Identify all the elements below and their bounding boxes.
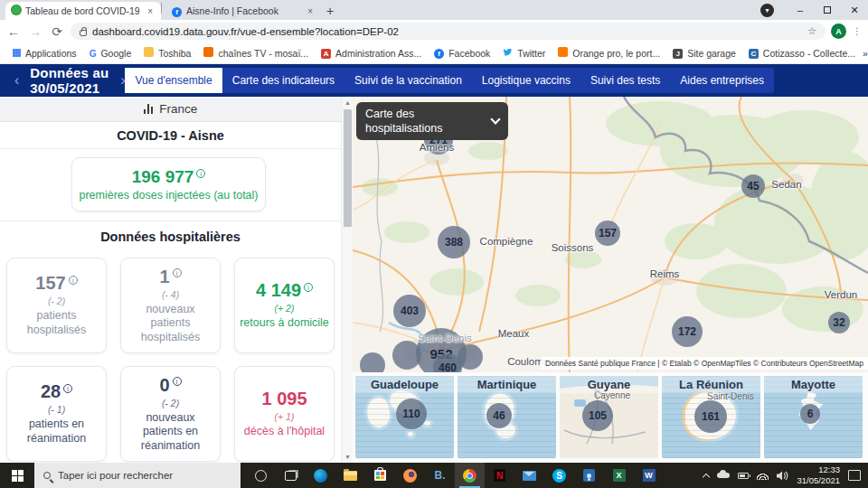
territory-name: Mayotte (764, 376, 863, 393)
back-button[interactable]: ← (5, 24, 22, 39)
start-button[interactable] (0, 463, 34, 488)
territory-card-reunion[interactable]: La RéunionSaint-Denis161 (662, 376, 760, 458)
territory-bubble[interactable]: 161 (694, 400, 727, 433)
overseas-territories-row: Guadeloupe110Martinique46GuyaneCayenne10… (353, 372, 868, 463)
edge-taskbar-icon[interactable] (306, 463, 335, 488)
info-icon[interactable]: i (63, 384, 72, 393)
window-maximize-button[interactable] (814, 0, 841, 20)
nav-tab-logistique-vaccins[interactable]: Logistique vaccins (472, 68, 580, 93)
bookmarks-overflow-button[interactable]: » (863, 48, 868, 59)
chrome-taskbar-icon[interactable] (455, 463, 485, 488)
bookmark-item[interactable]: Orange pro, le port... (552, 45, 665, 61)
url-field[interactable]: dashboard.covid19.data.gouv.fr/vue-d-ens… (71, 23, 826, 40)
search-placeholder: Taper ici pour rechercher (58, 470, 173, 481)
scroll-down-arrow[interactable]: ▼ (342, 451, 353, 463)
info-icon[interactable]: i (69, 276, 78, 285)
forward-button[interactable]: → (27, 24, 43, 39)
file-explorer-taskbar-icon[interactable] (335, 463, 365, 488)
stat-value: 28i (41, 381, 72, 402)
bookmark-item[interactable]: fFacebook (429, 45, 495, 61)
bookmark-item[interactable]: AAdministration Ass... (316, 45, 427, 61)
territory-bubble[interactable]: 6 (800, 404, 820, 424)
map-bubble[interactable]: 32 (828, 312, 850, 333)
map-bubble[interactable]: 172 (672, 316, 703, 347)
nav-tab-vue-d-ensemble[interactable]: Vue d'ensemble (125, 68, 222, 93)
tab-close-icon[interactable]: × (146, 6, 155, 16)
bookmark-item[interactable]: Applications (7, 46, 82, 61)
nav-tab-suivi-des-tests[interactable]: Suivi des tests (580, 68, 670, 93)
bookmark-item[interactable]: Toshiba (138, 45, 196, 61)
map-bubble[interactable]: 403 (393, 295, 426, 327)
new-tab-button[interactable]: + (321, 2, 339, 20)
volume-icon[interactable] (777, 471, 788, 481)
nav-tab-aides-entreprises[interactable]: Aides entreprises (670, 68, 774, 93)
task-view-taskbar-icon[interactable] (276, 463, 306, 488)
territory-bubble[interactable]: 110 (396, 399, 427, 429)
people-taskbar-icon[interactable] (574, 463, 604, 488)
wifi-icon[interactable] (757, 472, 769, 480)
info-icon[interactable]: i (196, 169, 205, 178)
territory-name: Guadeloupe (355, 376, 454, 393)
bookmark-item[interactable]: chaînes TV - mosaï... (198, 45, 314, 61)
notifications-icon[interactable] (848, 470, 861, 481)
browser-tab[interactable]: fAisne-Info | Facebook× (165, 2, 321, 20)
stat-label: retours à domicile (240, 316, 329, 331)
map-bubble[interactable]: 157 (595, 221, 620, 246)
region-selector[interactable]: France (0, 97, 341, 122)
taskbar-clock[interactable]: 12:33 31/05/2021 (797, 465, 840, 486)
reload-button[interactable]: ⟳ (49, 24, 65, 39)
territory-bubble[interactable]: 105 (582, 400, 613, 431)
battery-icon[interactable] (738, 473, 749, 479)
map-bubble[interactable]: 388 (438, 226, 470, 258)
word-taskbar-icon[interactable]: W (634, 463, 664, 488)
nav-tab-carte-des-indicateurs[interactable]: Carte des indicateurs (222, 68, 344, 93)
bookmark-item[interactable]: CCotizasso - Collecte... (743, 45, 861, 61)
scroll-up-arrow[interactable]: ▲ (342, 97, 353, 108)
map-layer-dropdown-label: Carte des hospitalisations (365, 107, 492, 136)
nav-tab-suivi-de-la-vaccination[interactable]: Suivi de la vaccination (344, 68, 472, 93)
skype-taskbar-icon[interactable]: S (544, 463, 574, 488)
stat-label: nouveaux patients en réanimation (125, 411, 216, 454)
window-minimize-button[interactable]: – (787, 0, 814, 20)
territory-card-mayotte[interactable]: Mayotte6 (764, 376, 863, 458)
territory-card-guyane[interactable]: GuyaneCayenne105 (560, 376, 658, 458)
excel-taskbar-icon[interactable]: X (604, 463, 634, 488)
sidebar-scrollbar[interactable]: ▲ ▼ (341, 97, 353, 463)
map-attribution: Données Santé publique France | © Etalab… (541, 357, 868, 370)
orange-square-icon (558, 47, 568, 59)
territory-card-martinique[interactable]: Martinique46 (458, 376, 556, 458)
bookmark-item[interactable]: Twitter (497, 45, 551, 61)
map-bubble[interactable]: 45 (741, 174, 765, 198)
system-tray: 12:33 31/05/2021 (703, 463, 868, 488)
bookmark-item[interactable]: GGoogle (84, 46, 137, 61)
city-label: Compiègne (480, 236, 533, 247)
store-taskbar-icon[interactable] (365, 463, 395, 488)
bing-taskbar-icon[interactable]: B. (425, 463, 455, 488)
previous-date-button[interactable]: ‹ (14, 72, 19, 89)
tab-close-icon[interactable]: × (306, 6, 315, 16)
taskbar-search-input[interactable]: Taper ici pour rechercher (34, 463, 241, 488)
browser-menu-button[interactable]: ⋮ (852, 30, 863, 33)
netflix-taskbar-icon[interactable]: N (485, 463, 514, 488)
window-close-button[interactable]: ✕ (841, 0, 868, 20)
info-icon[interactable]: i (304, 283, 313, 292)
scrollbar-thumb[interactable] (344, 109, 352, 227)
onedrive-icon[interactable] (717, 473, 730, 478)
clock-time: 12:33 (797, 465, 840, 475)
mail-taskbar-icon[interactable] (514, 463, 544, 488)
hospitalisations-map[interactable]: 2713881574540317232952460 AmiensCompiègn… (353, 97, 868, 463)
map-layer-dropdown[interactable]: Carte des hospitalisations (356, 102, 508, 140)
info-icon[interactable]: i (173, 377, 182, 386)
vaccine-doses-card: 196 977i premières doses injectées (au t… (71, 157, 266, 211)
chevron-up-icon[interactable] (703, 472, 709, 480)
bookmark-item[interactable]: JSite garage (667, 45, 741, 61)
browser-update-icon[interactable]: ▾ (760, 4, 774, 17)
firefox-taskbar-icon[interactable] (395, 463, 425, 488)
bookmark-star-icon[interactable]: ☆ (807, 25, 816, 37)
info-icon[interactable]: i (173, 268, 182, 277)
cortana-taskbar-icon[interactable] (246, 463, 276, 488)
territory-bubble[interactable]: 46 (486, 403, 512, 428)
profile-avatar[interactable]: A (831, 23, 846, 39)
territory-card-guadeloupe[interactable]: Guadeloupe110 (355, 376, 454, 458)
browser-tab[interactable]: Tableau de bord COVID-19 Suivi× (5, 2, 161, 20)
